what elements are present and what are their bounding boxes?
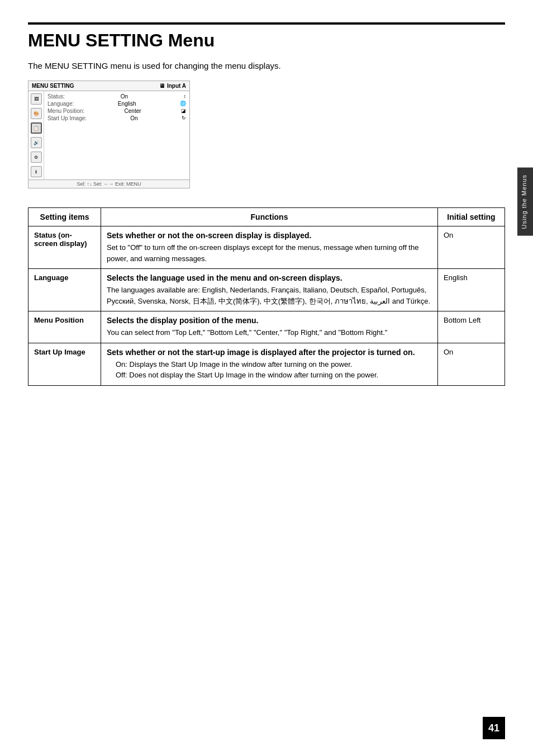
menu-mockup-header: MENU SETTING 🖥 Input A <box>28 81 189 91</box>
menu-content-col: Status: On ↕ Language: English 🌐 Menu Po… <box>44 91 189 179</box>
settings-table: Setting items Functions Initial setting … <box>28 207 505 386</box>
input-label: 🖥 Input A <box>159 83 186 89</box>
initial-menu-position: Bottom Left <box>438 311 505 343</box>
menu-row-startup: Start Up Image: On ↻ <box>47 115 186 121</box>
menu-icon-5: ⚙ <box>31 152 42 163</box>
menu-mockup-footer: Sel: ↑↓ Set: ←→ Exit: MENU <box>28 179 189 188</box>
col-header-setting: Setting items <box>28 208 101 226</box>
menu-setting-label: MENU SETTING <box>32 83 74 89</box>
monitor-icon: 🖥 <box>159 83 165 89</box>
menu-row-status: Status: On ↕ <box>47 93 186 100</box>
menu-icon-3: 📋 <box>31 122 42 134</box>
menu-icon-2: 🎨 <box>31 108 42 119</box>
table-row-startup-image: Start Up Image Sets whether or not the s… <box>28 343 505 385</box>
table-row-status: Status (on-screen display) Sets whether … <box>28 226 505 269</box>
function-startup-image: Sets whether or not the start-up image i… <box>101 343 438 385</box>
menu-icon-1: 🖼 <box>31 93 42 105</box>
intro-text: The MENU SETTING menu is used for changi… <box>28 61 505 70</box>
setting-name-language: Language <box>28 269 101 311</box>
page-wrapper: MENU SETTING Menu The MENU SETTING menu … <box>0 0 533 408</box>
sidebar-tab: Using the Menus <box>517 168 533 236</box>
func-title-language: Selects the language used in the menu an… <box>107 273 432 282</box>
menu-icon-6: ℹ <box>31 166 42 177</box>
page-title: MENU SETTING Menu <box>28 22 505 51</box>
setting-name-startup-image: Start Up Image <box>28 343 101 385</box>
function-language: Selects the language used in the menu an… <box>101 269 438 311</box>
menu-icon-4: 🔊 <box>31 137 42 148</box>
function-status: Sets whether or not the on-screen displa… <box>101 226 438 269</box>
menu-row-position: Menu Position: Center ◪ <box>47 108 186 114</box>
col-header-functions: Functions <box>101 208 438 226</box>
menu-mockup: MENU SETTING 🖥 Input A 🖼 🎨 📋 🔊 ⚙ ℹ Statu… <box>28 81 190 188</box>
menu-mockup-body: 🖼 🎨 📋 🔊 ⚙ ℹ Status: On ↕ Language: Engli… <box>28 91 189 179</box>
setting-name-status: Status (on-screen display) <box>28 226 101 269</box>
func-title-menu-position: Selects the display position of the menu… <box>107 316 432 325</box>
initial-status: On <box>438 226 505 269</box>
initial-startup-image: On <box>438 343 505 385</box>
startup-on-text: On: Displays the Start Up Image in the w… <box>116 359 432 370</box>
startup-off-text: Off: Does not display the Start Up Image… <box>116 370 432 381</box>
func-body-language: The languages available are: English, Ne… <box>107 285 432 306</box>
setting-name-menu-position: Menu Position <box>28 311 101 343</box>
func-body-startup-image: On: Displays the Start Up Image in the w… <box>107 359 432 381</box>
func-title-startup-image: Sets whether or not the start-up image i… <box>107 348 432 357</box>
table-row-language: Language Selects the language used in th… <box>28 269 505 311</box>
func-body-status: Set to "Off" to turn off the on-screen d… <box>107 242 432 264</box>
table-header-row: Setting items Functions Initial setting <box>28 208 505 226</box>
table-row-menu-position: Menu Position Selects the display positi… <box>28 311 505 343</box>
function-menu-position: Selects the display position of the menu… <box>101 311 438 343</box>
col-header-initial: Initial setting <box>438 208 505 226</box>
page-number: 41 <box>483 717 505 739</box>
initial-language: English <box>438 269 505 311</box>
menu-icons-col: 🖼 🎨 📋 🔊 ⚙ ℹ <box>28 91 44 179</box>
func-title-status: Sets whether or not the on-screen displa… <box>107 231 432 240</box>
func-body-menu-position: You can select from "Top Left," "Bottom … <box>107 327 432 338</box>
menu-row-language: Language: English 🌐 <box>47 101 186 107</box>
